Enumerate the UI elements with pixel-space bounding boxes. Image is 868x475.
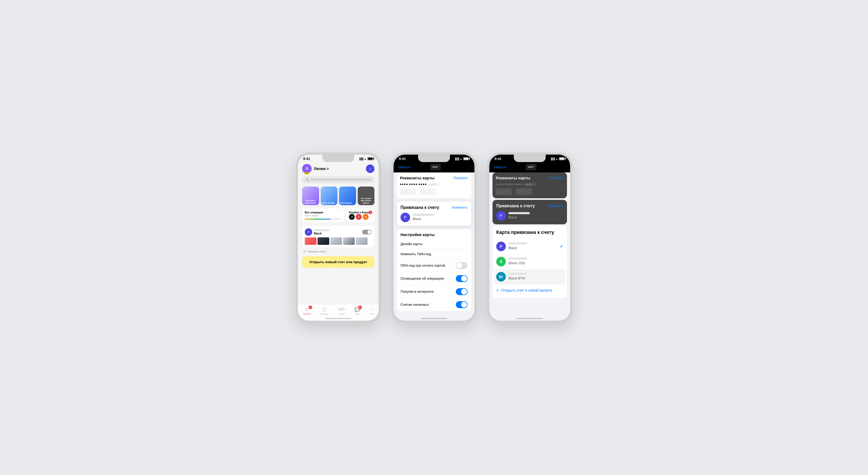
feature-card-3[interactable]: Фича недели	[339, 186, 356, 205]
card-images	[305, 237, 372, 245]
battery-icon-2	[463, 157, 469, 160]
hidden-accounts[interactable]: 👁 Скрытые счета	[302, 250, 374, 253]
card-img-1[interactable]	[305, 237, 316, 245]
card-number-placeholder	[314, 229, 330, 231]
req-show-2[interactable]: Показать	[454, 176, 468, 180]
user-avatar-row[interactable]: Л PRO Лилия >	[302, 164, 329, 174]
account-option-usd[interactable]: $ Black USD	[496, 254, 563, 269]
chevron-icon-design: ›	[466, 242, 467, 246]
notifications-toggle[interactable]	[456, 275, 467, 282]
status-icons-2	[455, 157, 469, 160]
overlay-req-show-3[interactable]: Показать	[549, 176, 564, 180]
home-indicator-1	[325, 318, 351, 319]
account-label-black: Black	[508, 246, 517, 250]
ao-name-ph-usd	[508, 258, 527, 260]
account-select-sheet-3: Карта привязана к счету Р Black ✓ $ Blac…	[493, 226, 567, 298]
battery-icon-1	[368, 157, 373, 160]
nav-payments[interactable]: ⬡ Платежи	[320, 306, 329, 315]
online-label: Покупки в интернете	[401, 290, 434, 294]
dot	[509, 184, 510, 185]
sheet-title-3: Карта привязана к счету	[496, 230, 563, 235]
avatar[interactable]: Л PRO	[302, 164, 312, 174]
hidden-accounts-label: Скрытые счета	[307, 250, 326, 253]
linked-change-2[interactable]: Изменить	[452, 205, 467, 209]
feature-card-2[interactable]: Траты месяца	[321, 186, 338, 205]
close-button-2[interactable]: Закрыть	[398, 165, 411, 169]
feature-card-4[interactable]: Что мешает нам ценить деньги	[358, 186, 375, 205]
time-1: 9:41	[303, 157, 310, 161]
search-icon: 🔍	[305, 178, 309, 181]
atm-label: Снятие наличных	[401, 302, 429, 306]
req-dot	[435, 184, 436, 185]
dot	[411, 184, 413, 185]
settings-atm[interactable]: Снятие наличных	[397, 298, 471, 311]
design-label: Дизайн карты	[401, 242, 423, 246]
card-img-4[interactable]	[343, 237, 355, 245]
overlay-expiry-text-3: .. / ..	[498, 190, 503, 194]
settings-online[interactable]: Покупки в интернете	[397, 285, 471, 298]
settings-notifications[interactable]: Оповещения об операциях	[397, 272, 471, 285]
card-img-2[interactable]	[317, 237, 329, 245]
dot	[400, 184, 401, 185]
signal-icon-3	[550, 157, 555, 160]
cashback-card[interactable]: Кэшбэк и бонусы 1 ✕ П М	[346, 208, 374, 222]
check-icon-black: ✓	[560, 244, 563, 249]
overlay-req-header-3: Реквизиты карты Показать	[496, 176, 564, 180]
card-name: Black	[314, 232, 330, 235]
feature-card-1[interactable]: Проверьте ваши траты	[302, 186, 319, 205]
phone3-nav-header: Закрыть МИР	[489, 162, 570, 173]
status-icons-1	[359, 157, 373, 160]
ao-name-ph-byn	[508, 273, 527, 275]
nav-chat[interactable]: 6 💬 Чат	[354, 306, 360, 315]
notch-3	[515, 155, 545, 161]
payments-icon: ⬡	[322, 306, 327, 313]
account-option-byn[interactable]: Br Black BYN	[494, 269, 565, 285]
dot	[421, 184, 422, 185]
notch-1	[323, 155, 353, 161]
open-currency-row-3[interactable]: + Открыть счет в новой валюте	[496, 285, 563, 294]
notification-icon[interactable]: ○	[366, 165, 374, 173]
dot	[406, 184, 408, 185]
atm-toggle[interactable]	[456, 301, 467, 308]
settings-pin-change[interactable]: Изменить ПИН-код ›	[397, 249, 471, 259]
nav-home[interactable]: 1 ⌂ Главная	[303, 306, 311, 315]
card-img-3[interactable]	[330, 237, 342, 245]
nav-city[interactable]: </> Город	[338, 306, 345, 315]
settings-title-2: Настройки карты	[397, 229, 471, 239]
card-last-digits	[428, 183, 441, 186]
nav-home-label: Главная	[303, 313, 311, 315]
online-toggle[interactable]	[456, 288, 467, 295]
card-type-icon-2: МИР	[430, 164, 441, 170]
overlay-expiry-3: .. / ..	[496, 188, 512, 195]
search-bar[interactable]: 🔍	[302, 176, 374, 183]
phone-3: 9:41 Закрыть МИР	[487, 152, 572, 323]
feature-card-label-1: Проверьте ваши траты	[302, 199, 319, 205]
pin-pay-toggle[interactable]	[456, 262, 467, 269]
linked-title-2: Привязана к счету	[401, 205, 439, 210]
nav-more[interactable]: ··· Ещё	[370, 306, 374, 315]
account-option-black[interactable]: Р Black ✓	[496, 239, 563, 254]
requisites-section-2: Реквизиты карты Показать	[397, 173, 471, 198]
req-header-2: Реквизиты карты Показать	[400, 176, 468, 180]
dot	[530, 184, 532, 185]
operations-card[interactable]: Все операции Трат в январе	[302, 208, 344, 222]
req-number-row-2	[400, 183, 468, 186]
nav-payments-label: Платежи	[320, 313, 329, 315]
card-toggle[interactable]	[362, 230, 372, 234]
toggle-knob	[461, 276, 467, 281]
settings-pin-pay[interactable]: ПИН-код при оплате картой	[397, 259, 471, 272]
account-icon-2: Р	[401, 213, 410, 222]
user-name[interactable]: Лилия >	[314, 167, 329, 171]
overlay-linked-3: Привязана к счету Изменить Р Black	[493, 200, 567, 224]
overlay-linked-change-3[interactable]: Изменить	[548, 204, 563, 208]
open-new-account-button[interactable]: Открыть новый счет или продукт	[302, 256, 374, 268]
battery-icon-3	[559, 157, 565, 160]
close-button-3[interactable]: Закрыть	[494, 165, 507, 169]
settings-design[interactable]: Дизайн карты ›	[397, 239, 471, 249]
feature-card-label-4: Что мешает нам ценить деньги	[358, 197, 375, 205]
mir-label-3: МИР	[528, 166, 534, 168]
overlay-linked-header-3: Привязана к счету Изменить	[496, 204, 563, 208]
card-img-5[interactable]	[356, 237, 368, 245]
status-bar-2: 9:41	[394, 155, 474, 162]
cashback-badge: 1	[369, 210, 372, 214]
